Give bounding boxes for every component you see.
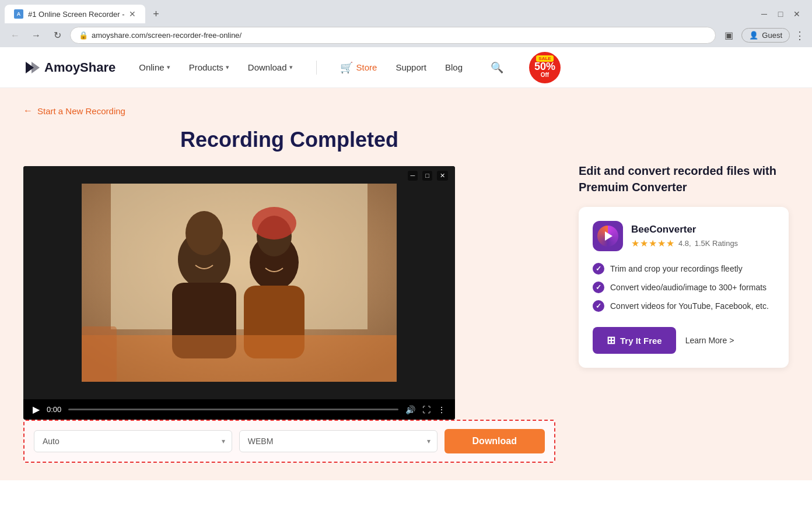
- stars-icon: ★★★★★: [631, 238, 675, 249]
- sidebar-title: Edit and convert recorded files with Pre…: [579, 163, 789, 195]
- rating-score: 4.8,: [678, 239, 691, 248]
- main-content: ← Start a New Recording Recording Comple…: [0, 88, 812, 480]
- nav-support[interactable]: Support: [396, 62, 426, 72]
- logo-text: AmoyShare: [44, 60, 116, 75]
- extensions-button[interactable]: ▣: [720, 27, 737, 44]
- url-text: amoyshare.com/screen-recorder-free-onlin…: [92, 31, 707, 40]
- new-tab-button[interactable]: +: [148, 6, 164, 22]
- close-tab-button[interactable]: ✕: [129, 9, 136, 19]
- app-rating: ★★★★★ 4.8, 1.5K Ratings: [631, 238, 775, 249]
- active-tab[interactable]: A #1 Online Screen Recorder - ✕: [5, 5, 145, 23]
- forward-button[interactable]: →: [28, 27, 44, 44]
- nav-products[interactable]: Products ▾: [189, 62, 229, 72]
- check-icon-1: [593, 263, 604, 275]
- sale-off: Off: [541, 72, 549, 78]
- reload-button[interactable]: ↻: [49, 27, 65, 44]
- back-link-label: Start a New Recording: [37, 106, 125, 116]
- minimize-video-button[interactable]: ─: [408, 171, 418, 181]
- sidebar-card: BeeConverter ★★★★★ 4.8, 1.5K Ratings Tri…: [579, 207, 789, 368]
- products-caret: ▾: [226, 64, 229, 71]
- video-inner-frame: [82, 184, 397, 382]
- rating-count: 1.5K Ratings: [695, 239, 738, 248]
- nav-download[interactable]: Download ▾: [248, 62, 293, 72]
- quality-select-wrapper: Auto ▾: [34, 430, 232, 452]
- video-progress-bar[interactable]: [68, 409, 398, 410]
- back-arrow-icon: ←: [23, 105, 33, 116]
- check-icon-3: [593, 300, 604, 312]
- app-name: BeeConverter: [631, 224, 775, 235]
- browser-menu-button[interactable]: ⋮: [794, 29, 805, 42]
- app-icon-inner: [597, 226, 618, 247]
- feature-item-2: Convert video/audio/image to 300+ format…: [593, 278, 775, 297]
- svg-point-6: [186, 211, 223, 255]
- video-content-svg: [82, 184, 397, 382]
- address-bar[interactable]: 🔒 amoyshare.com/screen-recorder-free-onl…: [70, 27, 716, 44]
- format-select[interactable]: WEBM: [239, 430, 438, 452]
- app-play-icon: [605, 231, 612, 241]
- nav-blog[interactable]: Blog: [445, 62, 463, 72]
- video-container: ─ □ ✕ ▶ 0:00 🔊 ⛶ ⋮: [23, 166, 455, 420]
- content-row: Recording Completed: [23, 128, 789, 463]
- online-caret: ▾: [167, 64, 170, 71]
- feature-item-1: Trim and crop your recordings fleetly: [593, 259, 775, 278]
- nav-store[interactable]: 🛒 Store: [340, 61, 377, 74]
- video-time: 0:00: [47, 405, 61, 414]
- profile-icon: 👤: [749, 31, 758, 40]
- windows-icon: ⊞: [607, 334, 615, 347]
- sale-percent: 50%: [534, 61, 555, 72]
- feature-item-3: Convert videos for YouTube, Facebook, et…: [593, 297, 775, 315]
- browser-chrome: A #1 Online Screen Recorder - ✕ + ─ □ ✕ …: [0, 0, 812, 47]
- nav-online[interactable]: Online ▾: [139, 62, 170, 72]
- app-header: BeeConverter ★★★★★ 4.8, 1.5K Ratings: [593, 221, 775, 251]
- tab-title: #1 Online Screen Recorder -: [28, 10, 124, 19]
- feature-label-3: Convert videos for YouTube, Facebook, et…: [610, 301, 769, 311]
- sale-label: SALE: [536, 55, 553, 62]
- video-top-controls: ─ □ ✕: [408, 171, 448, 181]
- back-link[interactable]: ← Start a New Recording: [23, 105, 789, 116]
- svg-rect-4: [111, 184, 368, 329]
- page-title: Recording Completed: [23, 128, 555, 152]
- video-people-placeholder: [82, 184, 397, 382]
- try-free-label: Try It Free: [620, 336, 662, 346]
- profile-button[interactable]: 👤 Guest: [741, 28, 790, 43]
- close-video-button[interactable]: ✕: [437, 171, 448, 181]
- page-background: AmoyShare Online ▾ Products ▾ Download ▾…: [0, 47, 812, 480]
- download-bar: Auto ▾ WEBM ▾ Download: [23, 420, 555, 463]
- fullscreen-button[interactable]: ⛶: [422, 405, 430, 414]
- play-button[interactable]: ▶: [33, 404, 40, 415]
- svg-rect-13: [82, 326, 117, 382]
- nav-links: Online ▾ Products ▾ Download ▾ 🛒 Store S…: [139, 52, 789, 83]
- maximize-button[interactable]: □: [775, 8, 786, 20]
- cart-icon: 🛒: [340, 61, 353, 74]
- tab-favicon: A: [14, 9, 23, 19]
- quality-select[interactable]: Auto: [34, 430, 232, 452]
- volume-icon[interactable]: 🔊: [405, 405, 415, 414]
- feature-label-2: Convert video/audio/image to 300+ format…: [610, 283, 766, 292]
- download-button[interactable]: Download: [444, 429, 545, 453]
- svg-rect-12: [82, 335, 397, 382]
- feature-label-1: Trim and crop your recordings fleetly: [610, 264, 743, 273]
- more-options-button[interactable]: ⋮: [438, 405, 446, 414]
- profile-label: Guest: [762, 31, 782, 40]
- try-free-button[interactable]: ⊞ Try It Free: [593, 327, 676, 354]
- site-navigation: AmoyShare Online ▾ Products ▾ Download ▾…: [0, 47, 812, 88]
- video-thumbnail: ─ □ ✕: [23, 166, 455, 399]
- back-button[interactable]: ←: [7, 27, 23, 44]
- video-section: Recording Completed: [23, 128, 555, 463]
- restore-video-button[interactable]: □: [422, 171, 432, 181]
- close-window-button[interactable]: ✕: [791, 8, 803, 20]
- sidebar-actions: ⊞ Try It Free Learn More >: [593, 327, 775, 354]
- format-select-wrapper: WEBM ▾: [239, 430, 438, 452]
- svg-marker-1: [32, 62, 40, 73]
- search-icon[interactable]: 🔍: [491, 61, 503, 74]
- download-caret: ▾: [289, 64, 293, 71]
- sale-badge[interactable]: SALE 50% Off: [529, 52, 561, 83]
- lock-icon: 🔒: [79, 31, 88, 40]
- learn-more-link[interactable]: Learn More >: [685, 336, 734, 345]
- sidebar: Edit and convert recorded files with Pre…: [579, 163, 789, 368]
- site-logo[interactable]: AmoyShare: [23, 59, 116, 76]
- minimize-button[interactable]: ─: [758, 8, 770, 20]
- svg-point-10: [252, 207, 296, 240]
- app-info: BeeConverter ★★★★★ 4.8, 1.5K Ratings: [631, 224, 775, 249]
- nav-divider: [316, 61, 317, 75]
